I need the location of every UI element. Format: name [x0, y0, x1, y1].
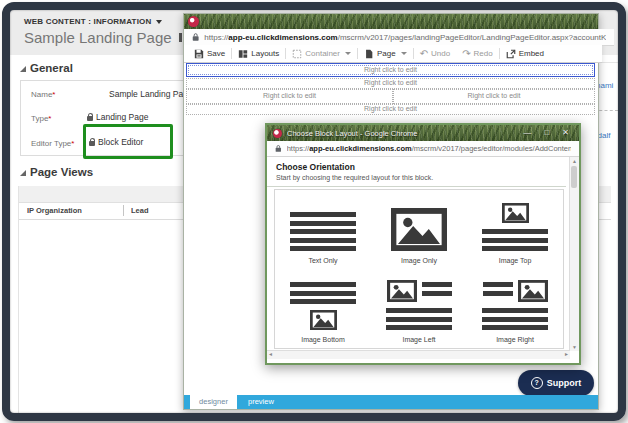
minimize-button[interactable]: —	[519, 128, 535, 138]
text-bars-icon	[290, 282, 356, 304]
text-bars-icon	[422, 282, 452, 296]
layout-option-image-top[interactable]: Image Top	[467, 190, 563, 269]
canvas-block[interactable]: Right click to edit	[186, 104, 595, 115]
image-icon	[502, 203, 529, 223]
framed-content: WEB CONTENT : INFORMATION Sample Landing…	[10, 10, 618, 413]
redo-icon: ↷	[462, 50, 470, 58]
chevron-down-icon	[401, 52, 407, 55]
lock-icon	[192, 32, 199, 42]
dialog-title-bar[interactable]: Choose Block Layout - Google Chrome — □ …	[267, 125, 579, 141]
field-value-type[interactable]: Landing Page	[87, 112, 148, 122]
layout-option-image-right[interactable]: Image Right	[467, 269, 563, 348]
save-button[interactable]: Save	[188, 45, 231, 62]
editor-toolbar: Save Layouts Container Page	[184, 45, 602, 63]
tab-designer[interactable]: designer	[190, 395, 237, 409]
chevron-down-icon	[156, 20, 162, 24]
column-header-ip-organization[interactable]: IP Organization	[27, 206, 82, 215]
image-icon	[387, 280, 417, 302]
dialog-subheading: Start by choosing the required layout fo…	[276, 174, 433, 181]
text-bars-icon	[482, 308, 548, 330]
page-title: Sample Landing Page	[24, 29, 195, 46]
entity-menu[interactable]: WEB CONTENT : INFORMATION	[24, 17, 162, 26]
column-divider	[123, 205, 124, 216]
field-label-type: Type*	[31, 114, 51, 123]
required-marker: *	[71, 139, 74, 148]
text-bars-icon	[386, 308, 452, 330]
layout-option-image-only[interactable]: Image Only	[371, 190, 467, 269]
scroll-left-icon[interactable]: ◄	[268, 351, 273, 358]
redo-button[interactable]: ↷ Redo	[456, 45, 499, 62]
annotation-highlight-box	[83, 124, 173, 159]
text-bars-icon	[482, 229, 548, 251]
canvas-block-selected[interactable]: Right click to edit	[186, 63, 595, 77]
page-icon	[364, 49, 374, 59]
tab-preview[interactable]: preview	[248, 395, 274, 409]
chevron-down-icon	[345, 52, 351, 55]
dialog-heading: Choose Orientation	[276, 162, 355, 172]
section-expander-icon	[20, 170, 26, 176]
undo-icon: ↶	[420, 50, 428, 58]
footer-tab-strip: designer preview	[184, 395, 598, 409]
container-icon	[292, 49, 302, 59]
image-only-icon	[391, 208, 447, 251]
page-title-text: Sample Landing Page	[24, 29, 172, 46]
browser-title-bar[interactable]	[184, 14, 598, 29]
lock-icon	[275, 144, 282, 153]
layout-options-grid: Text Only Image Only Image Top	[274, 189, 564, 349]
field-value-name[interactable]: Sample Landing Page	[109, 89, 193, 99]
required-marker: *	[52, 90, 55, 99]
canvas-block-left-column[interactable]: Right click to edit	[186, 89, 393, 104]
page-dropdown[interactable]: Page	[358, 45, 413, 62]
scrollbar-thumb[interactable]	[571, 166, 577, 188]
field-label-editor-type: Editor Type*	[31, 139, 74, 148]
url-text: https://app-eu.clickdimensions.com/mscrm…	[204, 33, 606, 42]
layout-option-image-bottom[interactable]: Image Bottom	[275, 269, 371, 348]
choose-block-layout-dialog: Choose Block Layout - Google Chrome — □ …	[265, 123, 581, 365]
address-bar[interactable]: https://app-eu.clickdimensions.com/mscrm…	[184, 29, 614, 46]
dialog-body: Choose Orientation Start by choosing the…	[267, 157, 579, 359]
scroll-down-icon[interactable]: ▼	[570, 343, 579, 351]
image-icon	[518, 280, 548, 302]
divider	[267, 186, 566, 187]
scroll-right-icon[interactable]: ►	[564, 351, 569, 358]
image-icon	[310, 310, 337, 330]
url-text: https://app-eu.clickdimensions.com/mscrm…	[287, 144, 571, 153]
close-button[interactable]: ✕	[558, 128, 573, 138]
horizontal-scrollbar[interactable]: ◄ ►	[267, 350, 570, 359]
section-page-views-label: Page Views	[30, 166, 93, 178]
container-dropdown[interactable]: Container	[286, 45, 357, 62]
canvas-block[interactable]: Right click to edit	[186, 78, 595, 89]
section-page-views[interactable]: Page Views	[20, 166, 93, 178]
layouts-icon	[238, 49, 248, 59]
clickdimensions-favicon	[273, 129, 282, 138]
layout-option-text-only[interactable]: Text Only	[275, 190, 371, 269]
scroll-up-icon[interactable]: ▲	[570, 157, 579, 165]
canvas-block-right-column[interactable]: Right click to edit	[393, 89, 595, 104]
support-button[interactable]: ? Support	[518, 370, 594, 396]
vertical-scrollbar[interactable]: ▲ ▼	[569, 157, 579, 351]
embed-icon	[506, 49, 516, 59]
undo-button[interactable]: ↶ Undo	[414, 45, 457, 62]
save-icon	[194, 49, 204, 59]
maximize-button[interactable]: □	[540, 128, 553, 138]
field-label-name: Name*	[31, 90, 55, 99]
screenshot-root: WEB CONTENT : INFORMATION Sample Landing…	[0, 0, 628, 423]
column-header-lead[interactable]: Lead	[131, 206, 149, 215]
section-general[interactable]: General	[20, 62, 73, 74]
text-only-icon	[290, 212, 356, 251]
help-icon: ?	[531, 377, 543, 389]
layout-option-image-left[interactable]: Image Left	[371, 269, 467, 348]
text-bars-icon	[483, 282, 513, 296]
entity-menu-label: WEB CONTENT : INFORMATION	[24, 17, 152, 26]
clickdimensions-favicon	[188, 16, 199, 27]
embed-button[interactable]: Embed	[500, 45, 550, 62]
section-general-label: General	[30, 62, 73, 74]
section-expander-icon	[20, 66, 26, 72]
lock-icon	[87, 116, 93, 121]
dialog-title: Choose Block Layout - Google Chrome	[287, 129, 514, 138]
layouts-button[interactable]: Layouts	[232, 45, 285, 62]
required-marker: *	[48, 114, 51, 123]
dialog-address-bar[interactable]: https://app-eu.clickdimensions.com/mscrm…	[267, 141, 579, 157]
